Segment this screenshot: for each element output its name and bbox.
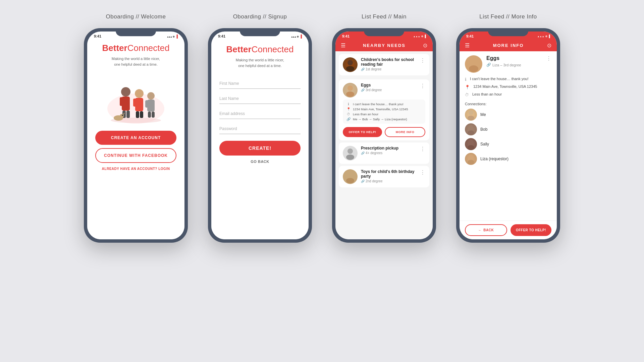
detail-row-3: ⏱ Less than an hour bbox=[346, 112, 422, 116]
more-dots-toys[interactable]: ⋮ bbox=[420, 169, 425, 176]
svg-point-41 bbox=[468, 160, 474, 165]
more-dots-mi[interactable]: ⋮ bbox=[546, 55, 551, 62]
more-dots-books[interactable]: ⋮ bbox=[420, 57, 425, 64]
phone-inner-signup: 9:41 BetterConnected Making the world a … bbox=[211, 32, 309, 239]
phone-signup: 9:41 BetterConnected Making the world a … bbox=[208, 28, 312, 243]
feed-item-eggs-degree: 🔗 3rd degree bbox=[361, 88, 417, 92]
screen-label-welcome: Oboarding // Welcome bbox=[106, 13, 166, 20]
connections-label: Connections: bbox=[465, 102, 551, 106]
svg-point-26 bbox=[347, 85, 353, 91]
battery-icon-1 bbox=[175, 35, 178, 38]
more-info-content: Eggs 🔗 Liza – 3rd degree ⋮ bbox=[460, 51, 557, 221]
go-back-link[interactable]: GO BACK bbox=[251, 160, 269, 164]
hamburger-icon-4[interactable] bbox=[465, 42, 470, 49]
app-logo-bold-1: Better bbox=[102, 43, 127, 53]
phone-inner-moreinfo: 9:41 ▲▲▲ ⌾ ▐ MORE INFO bbox=[460, 32, 557, 239]
first-name-input[interactable] bbox=[219, 78, 301, 89]
svg-point-24 bbox=[347, 60, 353, 65]
feed-item-prescription: Prescription pickup 🔗 4+ degrees ⋮ bbox=[339, 142, 429, 164]
create-account-button[interactable]: CREATE AN ACCOUNT bbox=[95, 131, 176, 145]
signup-screen: BetterConnected Making the world a littl… bbox=[211, 40, 309, 239]
wifi-icon-1 bbox=[173, 35, 174, 38]
detail-row-4: 🔗 Me → Bob → Sally → Liza (requestor) bbox=[346, 117, 422, 121]
signal-4: ▲▲▲ bbox=[537, 35, 544, 38]
feed-item-books-info: Children's books for school reading fair… bbox=[361, 57, 417, 71]
svg-rect-12 bbox=[136, 111, 139, 118]
mi-info: Eggs 🔗 Liza – 3rd degree bbox=[486, 55, 542, 67]
phone-inner-listfeed: 9:41 ▲▲▲ ⌾ ▐ NEARBY NEEDS bbox=[335, 32, 433, 239]
moreinfo-header: MORE INFO bbox=[460, 40, 557, 51]
connection-me: Me bbox=[465, 109, 551, 121]
conn-name-sally: Sally bbox=[480, 142, 489, 146]
svg-point-36 bbox=[469, 125, 473, 130]
conn-name-me: Me bbox=[480, 112, 486, 117]
feed-item-books-degree: 🔗 1st degree bbox=[361, 67, 417, 71]
detail-icon-1: ℹ bbox=[346, 102, 351, 106]
feed-item-books: Children's books for school reading fair… bbox=[339, 54, 429, 75]
screens-row: Oboarding // Welcome 9:41 Better bbox=[20, 13, 624, 243]
detail-icon-3: ⏱ bbox=[346, 112, 351, 116]
moreinfo-header-title: MORE INFO bbox=[493, 43, 524, 48]
status-time-1: 9:41 bbox=[94, 34, 101, 38]
offer-help-button[interactable]: OFFER TO HELP! bbox=[343, 127, 382, 137]
user-icon-3[interactable] bbox=[423, 42, 427, 49]
phone-inner-welcome: 9:41 BetterConnected Making the world a … bbox=[87, 32, 184, 239]
mi-detail-icon-3: ⏱ bbox=[465, 93, 469, 97]
continue-facebook-button[interactable]: CONTINUE WITH FACEBOOK bbox=[95, 148, 176, 163]
phone-notch-1 bbox=[116, 28, 156, 36]
tagline-signup: Making the world a little nicer,one help… bbox=[236, 57, 284, 68]
create-button[interactable]: CREATE! bbox=[219, 141, 301, 156]
detail-icon-4: 🔗 bbox=[346, 117, 351, 121]
svg-rect-4 bbox=[120, 97, 124, 106]
phone-notch-3 bbox=[364, 28, 404, 36]
svg-point-25 bbox=[346, 66, 354, 71]
screen-label-signup: Oboarding // Signup bbox=[233, 13, 287, 20]
svg-point-22 bbox=[122, 115, 123, 116]
detail-row-2: 📍 1234 Main Ave, Townsville, USA 12345 bbox=[346, 107, 422, 111]
svg-point-35 bbox=[468, 116, 474, 120]
detail-row-1: ℹ I can't leave the house… thank you! bbox=[346, 102, 422, 106]
login-link[interactable]: ALREADY HAVE AN ACCOUNT? LOGIN bbox=[102, 167, 170, 171]
hamburger-icon-3[interactable] bbox=[341, 42, 345, 49]
battery-3: ▐ bbox=[424, 35, 426, 38]
svg-rect-10 bbox=[133, 99, 137, 107]
svg-point-27 bbox=[346, 92, 354, 97]
svg-point-33 bbox=[469, 65, 478, 72]
app-logo-welcome: BetterConnected bbox=[102, 43, 170, 53]
battery-icon-2 bbox=[300, 35, 302, 38]
feed-item-toys-name: Toys for child's 6th birthday party bbox=[361, 169, 417, 179]
user-icon-4[interactable] bbox=[547, 42, 551, 49]
svg-point-28 bbox=[347, 148, 353, 154]
more-dots-prescription[interactable]: ⋮ bbox=[420, 146, 425, 152]
more-dots-eggs[interactable]: ⋮ bbox=[420, 83, 425, 89]
last-name-input[interactable] bbox=[219, 94, 301, 104]
avatar-eggs bbox=[343, 83, 358, 98]
welcome-screen: BetterConnected Making the world a littl… bbox=[87, 40, 184, 239]
status-icons-3: ▲▲▲ ⌾ ▐ bbox=[413, 35, 426, 38]
feed-item-eggs-actions: OFFER TO HELP! MORE INFO bbox=[343, 127, 425, 137]
connection-bob: Bob bbox=[465, 123, 551, 135]
conn-avatar-liza bbox=[465, 153, 477, 165]
screen-label-moreinfo: List Feed // More Info bbox=[479, 13, 537, 20]
more-info-button[interactable]: MORE INFO bbox=[385, 127, 425, 137]
svg-rect-7 bbox=[126, 111, 130, 118]
more-info-screen: Eggs 🔗 Liza – 3rd degree ⋮ bbox=[460, 51, 557, 239]
page-container: Oboarding // Welcome 9:41 Better bbox=[0, 0, 644, 362]
status-icons-2 bbox=[291, 35, 302, 38]
svg-point-8 bbox=[135, 89, 144, 98]
back-button[interactable]: ← BACK bbox=[465, 224, 507, 236]
conn-avatar-me bbox=[465, 109, 477, 121]
mi-degree: 🔗 Liza – 3rd degree bbox=[486, 63, 542, 67]
email-input[interactable] bbox=[219, 109, 301, 119]
phone-notch-4 bbox=[488, 28, 528, 36]
screen-col-listfeed: List Feed // Main 9:41 ▲▲▲ ⌾ ▐ NEARBY bbox=[332, 13, 436, 243]
detail-icon-2: 📍 bbox=[346, 107, 351, 111]
mi-offer-help-button[interactable]: OFFER TO HELP! bbox=[511, 224, 551, 236]
battery-4: ▐ bbox=[548, 35, 550, 38]
feed-item-eggs-name: Eggs bbox=[361, 83, 417, 87]
feed-item-prescription-degree: 🔗 4+ degrees bbox=[361, 151, 417, 155]
feed-item-toys: Toys for child's 6th birthday party 🔗 2n… bbox=[339, 166, 429, 187]
feed-item-eggs-header: Eggs 🔗 3rd degree ⋮ bbox=[343, 83, 425, 98]
password-input[interactable] bbox=[219, 124, 301, 134]
avatar-prescription bbox=[343, 146, 358, 161]
